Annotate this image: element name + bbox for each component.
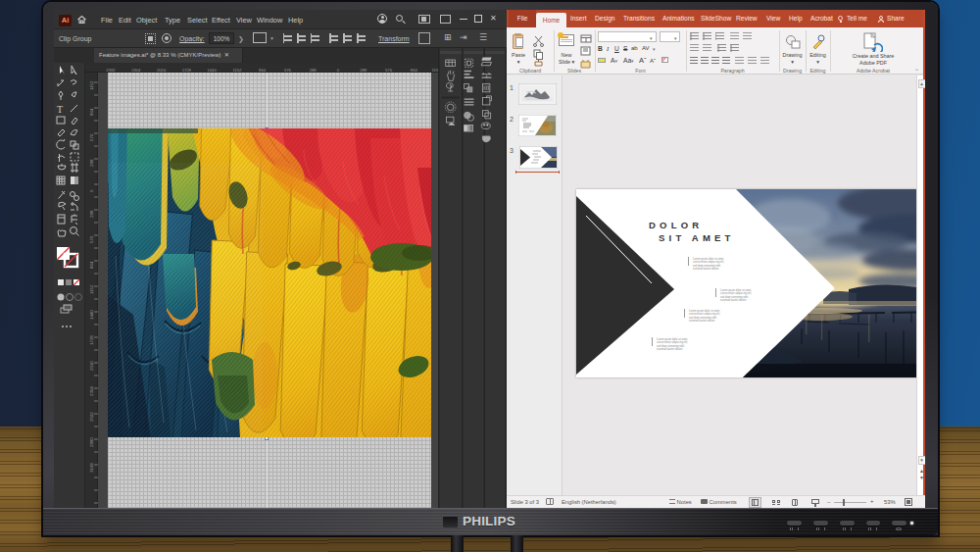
svg-text:consectetuer adipiscing elit,: consectetuer adipiscing elit,	[689, 312, 720, 316]
svg-text:euismod laoreet dolore: euismod laoreet dolore	[720, 298, 747, 302]
svg-text:Lorem ipsum dolor sit amet,: Lorem ipsum dolor sit amet,	[693, 257, 724, 261]
svg-text:0: 0	[89, 189, 94, 192]
svg-text:consectetuer adipiscing elit,: consectetuer adipiscing elit,	[657, 340, 688, 344]
svg-text:consectetuer adipiscing elit,: consectetuer adipiscing elit,	[693, 260, 724, 264]
svg-text:sed diam nonummy nibh: sed diam nonummy nibh	[720, 295, 749, 299]
svg-text:288: 288	[89, 159, 94, 167]
svg-text:576: 576	[89, 235, 94, 243]
svg-text:Lorem ipsum dolor sit amet,: Lorem ipsum dolor sit amet,	[720, 288, 752, 292]
svg-text:3168: 3168	[89, 463, 94, 473]
svg-text:576: 576	[89, 133, 94, 141]
svg-text:SIT AMET: SIT AMET	[659, 232, 735, 243]
svg-text:864: 864	[89, 261, 94, 269]
svg-text:864: 864	[89, 108, 94, 116]
svg-text:2592: 2592	[89, 412, 94, 422]
svg-text:2880: 2880	[89, 437, 94, 447]
svg-text:Lorem ipsum dolor sit amet,: Lorem ipsum dolor sit amet,	[689, 309, 720, 313]
svg-text:2304: 2304	[89, 386, 94, 396]
svg-text:1152: 1152	[89, 80, 94, 90]
svg-text:1728: 1728	[89, 335, 94, 345]
svg-text:euismod laoreet dolore: euismod laoreet dolore	[689, 319, 715, 323]
svg-text:consectetuer adipiscing elit,: consectetuer adipiscing elit,	[720, 291, 752, 295]
svg-text:1440: 1440	[89, 310, 94, 320]
svg-text:euismod laoreet dolore: euismod laoreet dolore	[657, 347, 683, 351]
svg-text:sed diam nonummy nibh: sed diam nonummy nibh	[693, 264, 721, 268]
svg-text:sed diam nonummy nibh: sed diam nonummy nibh	[689, 316, 717, 320]
svg-text:DOLOR: DOLOR	[649, 220, 703, 230]
svg-text:288: 288	[89, 210, 94, 218]
svg-text:Lorem ipsum dolor sit amet,: Lorem ipsum dolor sit amet,	[657, 337, 688, 341]
svg-text:2016: 2016	[89, 361, 94, 371]
svg-text:T: T	[57, 104, 63, 115]
svg-text:euismod laoreet dolore: euismod laoreet dolore	[693, 267, 719, 271]
svg-text:1152: 1152	[89, 284, 94, 294]
svg-text:sed diam nonummy nibh: sed diam nonummy nibh	[657, 344, 685, 348]
